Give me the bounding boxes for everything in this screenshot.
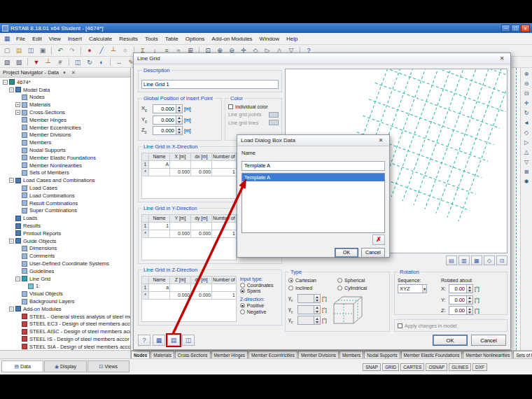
tree-item-loads[interactable]: Loads xyxy=(0,214,130,222)
spinner[interactable] xyxy=(467,306,473,315)
tree-item-user-defined-coordinate-systems[interactable]: User-Defined Coordinate Systems xyxy=(0,260,130,267)
radio-z-positive[interactable]: Positive xyxy=(240,303,274,308)
rotation-y-input[interactable] xyxy=(449,295,467,304)
collapse-icon[interactable]: − xyxy=(3,80,8,85)
tree-item-super-combinations[interactable]: Super Combinations xyxy=(0,207,130,215)
spinner[interactable] xyxy=(176,115,183,125)
show-loads-icon[interactable]: ▼ xyxy=(31,57,42,67)
isometric-icon[interactable]: ◇ xyxy=(484,255,495,265)
projection-xy-icon[interactable]: ▤ xyxy=(446,255,457,265)
collapse-icon[interactable]: − xyxy=(15,276,20,281)
tree-item-background-layers[interactable]: Background Layers xyxy=(0,298,130,305)
tree-item-dimensions[interactable]: Dimensions xyxy=(0,245,130,253)
tree-item-comments[interactable]: Comments xyxy=(0,252,130,260)
status-toggle-snap[interactable]: SNAP xyxy=(363,363,381,371)
points-color-swatch[interactable] xyxy=(269,112,279,118)
close-icon[interactable]: ✕ xyxy=(497,55,507,62)
menu-tools[interactable]: Tools xyxy=(141,35,162,43)
zoom-window-icon[interactable]: ⊡ xyxy=(522,89,532,98)
settings-icon[interactable]: ✱ xyxy=(522,177,532,186)
tree-item-load-cases[interactable]: Load Cases xyxy=(0,184,130,192)
tree-item-model-data[interactable]: −Model Data xyxy=(0,86,130,94)
delete-template-button[interactable]: ✗ xyxy=(372,234,385,245)
render-wireframe-icon[interactable]: ▨ xyxy=(13,57,24,67)
radio-spans[interactable]: Spans xyxy=(240,288,274,293)
redo-icon[interactable]: ↷ xyxy=(66,46,78,55)
member-hinge-icon[interactable]: ○ xyxy=(120,46,131,55)
tree-item-steel-general-stress-analysis-of-steel-me[interactable]: STEEL - General stress analysis of steel… xyxy=(0,313,130,321)
nav-tab-display[interactable]: ◉Display xyxy=(44,360,86,372)
full-view-icon[interactable]: ⊠ xyxy=(522,167,532,176)
show-numbering-icon[interactable]: # xyxy=(55,57,66,67)
zoom-fit-icon[interactable]: ⊡ xyxy=(496,255,507,265)
status-toggle-osnap[interactable]: OSNAP xyxy=(426,363,447,371)
collapse-icon[interactable]: − xyxy=(9,239,14,244)
tree-item-member-nonlinearities[interactable]: Member Nonlinearities xyxy=(0,162,130,169)
render-solid-icon[interactable]: ▧ xyxy=(1,57,13,67)
projection-xz-icon[interactable]: ▥ xyxy=(458,255,470,265)
menu-results[interactable]: Results xyxy=(115,35,141,43)
tree-item-printout-reports[interactable]: Printout Reports xyxy=(0,230,130,237)
y-input[interactable] xyxy=(298,305,314,314)
collapse-icon[interactable]: − xyxy=(9,88,14,92)
table-tab-materials[interactable]: Materials xyxy=(150,351,174,358)
tree-item-cross-sections[interactable]: +Cross-Sections xyxy=(0,108,130,116)
z0-input[interactable] xyxy=(153,126,176,135)
z-coordinates-table[interactable]: NameZ [m]dz [m]Number of1a*0.0000.0001 xyxy=(141,276,237,300)
template-name-input[interactable] xyxy=(241,161,385,171)
menu-help[interactable]: Help xyxy=(283,35,301,43)
tree-item-sets-of-members[interactable]: Sets of Members xyxy=(0,169,130,177)
table-tab-member-nonlinearities[interactable]: Member Nonlinearities xyxy=(463,351,512,358)
projection-yz-icon[interactable]: ▦ xyxy=(471,255,482,265)
zoom-out-icon[interactable]: ⊖ xyxy=(522,79,532,88)
spinner[interactable] xyxy=(314,305,321,314)
save-dialog-data-button[interactable]: ◫ xyxy=(182,335,195,346)
rotate-view-icon[interactable]: ↻ xyxy=(522,108,532,118)
table-tab-nodes[interactable]: Nodes xyxy=(131,351,150,358)
status-toggle-grid[interactable]: GRID xyxy=(382,363,399,371)
cancel-button[interactable]: Cancel xyxy=(471,335,506,346)
ok-button[interactable]: OK xyxy=(335,248,358,258)
open-file-icon[interactable]: ▤ xyxy=(13,46,24,55)
minimize-button[interactable]: — xyxy=(501,24,510,32)
tree-item-nodes[interactable]: Nodes xyxy=(0,94,130,102)
load-dialog-data-button[interactable]: ▤ xyxy=(167,335,180,346)
y-coordinates-table[interactable]: NameY [m]dy [m]Number of11*0.0000.0001 xyxy=(141,214,237,238)
table-tab-member-elastic-foundations[interactable]: Member Elastic Foundations xyxy=(401,351,463,358)
pin-icon[interactable]: ▾ xyxy=(61,70,68,76)
table-row[interactable]: *0.0000.0001 xyxy=(142,291,237,299)
tree-item-steel-sia-design-of-steel-members-acco[interactable]: STEEL SIA - Design of steel members acco xyxy=(0,343,130,350)
move-copy-icon[interactable]: ◫ xyxy=(72,57,83,67)
table-tab-cross-sections[interactable]: Cross-Sections xyxy=(175,351,211,358)
menu-add-on-modules[interactable]: Add-on Modules xyxy=(208,35,255,43)
tree-item-guide-objects[interactable]: −Guide Objects xyxy=(0,237,130,245)
tree-item-add-on-modules[interactable]: −Add-on Modules xyxy=(0,305,130,313)
maximize-button[interactable]: ☐ xyxy=(511,24,520,32)
help-button[interactable]: ? xyxy=(138,335,150,346)
view-z-icon[interactable]: ▽ xyxy=(522,158,532,167)
spinner[interactable] xyxy=(467,284,473,293)
table-row[interactable]: 1a xyxy=(142,284,237,291)
template-list[interactable]: Template A xyxy=(241,173,385,233)
print-icon[interactable]: ▣ xyxy=(37,46,48,55)
expand-icon[interactable]: + xyxy=(15,110,20,115)
tree-item-member-hinges[interactable]: Member Hinges xyxy=(0,116,130,124)
menu-view[interactable]: View xyxy=(46,35,64,43)
tree-item-member-elastic-foundations[interactable]: Member Elastic Foundations xyxy=(0,154,130,162)
rotation-x-input[interactable] xyxy=(449,284,467,293)
y0-input[interactable] xyxy=(153,115,176,125)
status-toggle-dxf[interactable]: DXF xyxy=(472,363,487,371)
spinner[interactable] xyxy=(314,316,321,325)
tree-item-guidelines[interactable]: Guidelines xyxy=(0,267,130,275)
status-toggle-cartes[interactable]: CARTES xyxy=(400,363,424,371)
pan-icon[interactable]: ✛ xyxy=(522,99,532,108)
new-member-icon[interactable]: ╱ xyxy=(96,46,107,55)
tree-item-1[interactable]: 1: xyxy=(0,283,130,290)
menu-edit[interactable]: Edit xyxy=(29,35,46,43)
tree-item-load-cases-and-combinations[interactable]: −Load Cases and Combinations xyxy=(0,176,130,184)
x-coordinates-table[interactable]: NameX [m]dx [m]Number of1A*0.0000.0001 xyxy=(141,153,237,176)
undo-icon[interactable]: ↶ xyxy=(55,46,66,55)
z-input[interactable] xyxy=(298,316,314,325)
sequence-dropdown[interactable]: XYZ ▾ xyxy=(398,284,427,293)
table-tab-member-divisions[interactable]: Member Divisions xyxy=(298,351,339,358)
